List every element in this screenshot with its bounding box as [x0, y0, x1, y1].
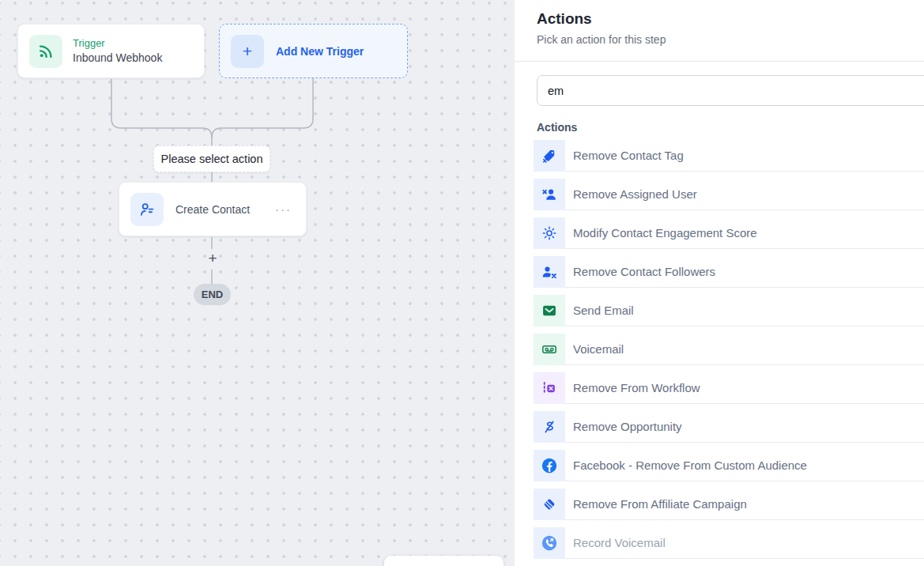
add-new-trigger-button[interactable]: + Add New Trigger	[219, 24, 408, 78]
connector-lines	[0, 0, 515, 566]
workflow-builder: Trigger Inbound Webhook + Add New Trigge…	[0, 0, 924, 566]
node-menu-icon[interactable]: ···	[272, 201, 295, 217]
actions-section-label: Actions	[537, 121, 924, 134]
action-list-item[interactable]: Remove Contact Tag	[534, 140, 924, 172]
panel-subtitle: Pick an action for this step	[537, 33, 924, 46]
action-search-input[interactable]	[537, 75, 924, 106]
trigger-title: Inbound Webhook	[73, 51, 162, 66]
tag-remove-icon	[534, 140, 565, 172]
create-contact-icon	[130, 193, 164, 226]
voicemail-icon	[534, 334, 565, 365]
action-list-item[interactable]: Record Voicemail	[534, 527, 924, 559]
action-list-item[interactable]: Remove From Workflow	[534, 372, 924, 404]
send-email-icon	[534, 295, 565, 326]
action-list-item[interactable]: Modify Contact Engagement Score	[534, 217, 924, 249]
record-voicemail-icon	[534, 527, 565, 559]
add-step-icon[interactable]: +	[205, 250, 221, 267]
trigger-category: Trigger	[73, 36, 162, 51]
action-list: Remove Contact Tag Remove Assigned User …	[534, 140, 924, 559]
affiliate-remove-icon	[534, 489, 565, 520]
workflow-remove-icon	[534, 372, 565, 404]
plus-icon: +	[231, 35, 264, 68]
engagement-score-icon	[534, 217, 565, 249]
divider	[515, 61, 924, 62]
opportunity-remove-icon	[534, 411, 565, 443]
canvas-toolbar-partial[interactable]	[384, 556, 503, 566]
trigger-node[interactable]: Trigger Inbound Webhook	[17, 24, 205, 78]
add-new-trigger-label: Add New Trigger	[276, 45, 364, 58]
action-list-item[interactable]: Remove Opportunity	[534, 411, 924, 443]
action-list-item[interactable]: Facebook - Remove From Custom Audience	[534, 450, 924, 481]
end-badge: END	[194, 284, 231, 305]
select-action-tooltip: Please select action	[153, 145, 270, 172]
actions-panel: Actions Pick an action for this step Act…	[515, 0, 924, 566]
create-contact-title: Create Contact	[175, 203, 272, 216]
workflow-canvas[interactable]: Trigger Inbound Webhook + Add New Trigge…	[0, 0, 515, 566]
user-remove-icon	[534, 179, 565, 210]
action-list-item[interactable]: Remove From Affiliate Campaign	[534, 489, 924, 520]
action-list-item[interactable]: Send Email	[534, 295, 924, 326]
action-list-item[interactable]: Remove Assigned User	[534, 179, 924, 210]
create-contact-node[interactable]: Create Contact ···	[119, 182, 307, 236]
followers-remove-icon	[534, 256, 565, 288]
panel-title: Actions	[537, 10, 924, 28]
facebook-icon	[534, 450, 565, 481]
webhook-icon	[29, 35, 62, 68]
action-list-item[interactable]: Remove Contact Followers	[534, 256, 924, 288]
action-list-item[interactable]: Voicemail	[534, 334, 924, 365]
